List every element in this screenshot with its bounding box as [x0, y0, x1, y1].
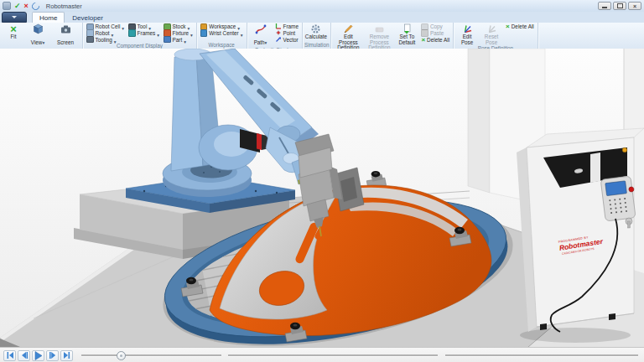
- edit-process-definition-button[interactable]: Edit Process Definition: [333, 23, 363, 51]
- cancel-x-icon[interactable]: ×: [24, 3, 29, 10]
- pendant-screen: [605, 181, 627, 196]
- undo-icon[interactable]: [30, 1, 41, 12]
- ribbon-group-component-display: Robot Cell Robot Tooling Tool Frames Sto…: [83, 23, 197, 49]
- fit-button[interactable]: × Fit: [2, 23, 25, 40]
- timeline-track[interactable]: [445, 354, 638, 357]
- paste-button[interactable]: Paste: [419, 30, 451, 37]
- delete-all-icon: ×: [421, 37, 425, 43]
- confirm-check-icon[interactable]: ✓: [14, 3, 21, 10]
- remove-process-definition-button[interactable]: Remove Process Definition: [364, 23, 394, 51]
- wrist-center-button[interactable]: Wrist Center: [199, 30, 245, 37]
- part-button[interactable]: Part: [162, 36, 195, 43]
- minimize-button[interactable]: [598, 2, 611, 10]
- window-controls: ×: [598, 2, 641, 10]
- chevron-down-icon: [12, 16, 17, 18]
- skip-to-start-button[interactable]: [3, 350, 16, 361]
- ribbon-group-camera: × Fit View Screen Capture Camera: [0, 23, 83, 49]
- app-icon[interactable]: [3, 2, 11, 10]
- close-button[interactable]: ×: [628, 2, 641, 10]
- titlebar: ✓ × Robotmaster ×: [0, 0, 644, 13]
- tab-developer[interactable]: Developer: [65, 12, 110, 23]
- wrist-center-icon: [200, 29, 208, 37]
- dropdown-arrow-icon: [157, 27, 159, 39]
- play-button[interactable]: [32, 350, 44, 361]
- simulation-playback-bar: [0, 347, 644, 362]
- remove-eraser-icon: [374, 23, 385, 34]
- edit-pose-button[interactable]: Edit Pose: [455, 23, 479, 45]
- robotmaster-window: ✓ × Robotmaster × Home Developer × Fit: [0, 0, 644, 362]
- tab-home[interactable]: Home: [32, 12, 65, 23]
- window-title: Robotmaster: [46, 3, 82, 10]
- app-menu-button[interactable]: [2, 12, 27, 23]
- reset-pose-axes-icon: [486, 23, 497, 34]
- delete-all-pose-button[interactable]: ×Delete All: [504, 23, 536, 30]
- step-back-button[interactable]: [18, 350, 30, 361]
- path-icon: [255, 23, 267, 34]
- delete-all-icon: ×: [506, 23, 510, 29]
- frames-icon: [128, 29, 136, 37]
- dropdown-arrow-icon: [241, 27, 243, 39]
- timeline-track[interactable]: [228, 354, 438, 357]
- screen-capture-icon: [60, 23, 71, 34]
- view-cube-icon: [33, 23, 44, 34]
- frames-button[interactable]: Frames: [127, 30, 161, 37]
- restore-button[interactable]: [613, 2, 626, 10]
- ribbon: × Fit View Screen Capture Camera: [0, 23, 644, 49]
- timeline-handle[interactable]: [117, 351, 126, 360]
- skip-to-end-button[interactable]: [60, 350, 73, 361]
- ribbon-tab-row: Home Developer: [0, 12, 644, 23]
- ribbon-group-pose-definition: Edit Pose Reset Pose ×Delete All Pose De…: [454, 23, 538, 49]
- timeline-slider[interactable]: [81, 348, 641, 362]
- step-forward-button[interactable]: [46, 350, 59, 361]
- ribbon-group-process-definition: Edit Process Definition Remove Process D…: [331, 23, 454, 49]
- tooling-button[interactable]: Tooling: [85, 36, 126, 43]
- paste-icon: [421, 29, 428, 37]
- ribbon-group-simulation: Calculate Simulation: [303, 23, 331, 49]
- controller-cabinet: PROGRAMMED BY Robotmaster CAD/CAM FOR RO…: [517, 128, 644, 343]
- ribbon-group-toolpath-display: Path Frame Point Vector Toolpath Display: [247, 23, 303, 49]
- group-label-simulation: Simulation: [304, 42, 329, 49]
- vector-icon: [275, 36, 282, 44]
- path-button[interactable]: Path: [249, 23, 273, 47]
- dropdown-arrow-icon: [42, 34, 44, 47]
- calculate-button[interactable]: Calculate: [304, 23, 328, 40]
- reset-pose-button[interactable]: Reset Pose: [480, 23, 503, 45]
- set-to-default-button[interactable]: Set To Default: [395, 23, 418, 45]
- viewport-3d[interactable]: PROGRAMMED BY Robotmaster CAD/CAM FOR RO…: [0, 49, 644, 347]
- view-button[interactable]: View: [26, 23, 49, 47]
- vector-toggle-button[interactable]: Vector: [273, 36, 300, 43]
- delete-all-process-button[interactable]: ×Delete All: [419, 36, 451, 43]
- ribbon-group-workspace: Workspace Wrist Center Workspace: [197, 23, 247, 49]
- quick-access-toolbar: ✓ ×: [3, 2, 39, 10]
- group-label-workspace: Workspace: [199, 42, 245, 49]
- timeline-track[interactable]: [81, 354, 221, 357]
- dropdown-arrow-icon: [265, 34, 267, 47]
